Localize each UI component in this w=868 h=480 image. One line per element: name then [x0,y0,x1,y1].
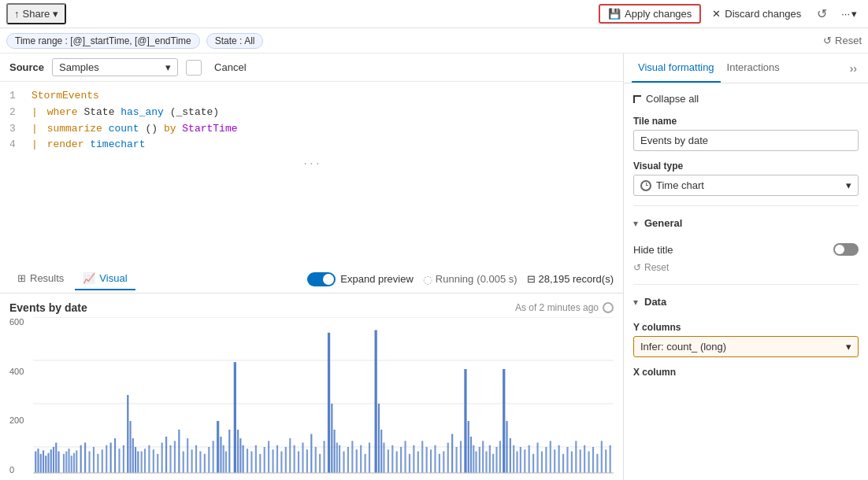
svg-rect-72 [247,449,248,473]
svg-rect-109 [413,445,414,473]
records-icon: ⊟ [527,273,536,285]
running-label: Running [436,273,473,285]
collapse-all-button[interactable]: Collapse all [633,90,859,108]
more-button[interactable]: ··· ▾ [836,6,862,22]
svg-rect-13 [55,443,57,474]
svg-rect-104 [391,445,393,473]
svg-rect-145 [566,447,568,473]
reset-label: Reset [644,262,669,273]
svg-rect-102 [473,445,474,473]
svg-rect-77 [268,441,269,473]
y-columns-dropdown[interactable]: Infer: count_ (long) ▾ [633,336,859,357]
code-ellipsis: ··· [9,153,614,176]
code-editor[interactable]: 1 StormEvents 2 | where State has_any (_… [0,82,623,265]
chart-container: 600 400 200 0 [9,317,614,480]
state-filter[interactable]: State : All [206,33,264,49]
svg-rect-97 [365,454,366,473]
discard-changes-button[interactable]: ✕ Discard changes [706,6,807,22]
y-columns-field: Y columns Infer: count_ (long) ▾ [633,322,859,357]
svg-rect-90 [324,441,325,473]
svg-rect-154 [605,449,606,473]
line-number: 1 [9,88,22,105]
svg-rect-143 [558,445,560,473]
hide-title-toggle[interactable] [833,243,859,256]
tile-name-field: Tile name [633,116,859,151]
svg-rect-37 [234,362,236,473]
tile-name-input[interactable] [633,130,859,151]
hide-title-label: Hide title [633,244,673,256]
interactions-tab[interactable]: Interactions [721,54,786,83]
code-content: | where State has_any (_state) [32,105,614,121]
hide-title-row: Hide title [633,243,859,256]
chevron-down-icon: ▾ [846,341,851,353]
code-line-2: 2 | where State has_any (_state) [9,105,614,121]
svg-rect-117 [447,443,449,474]
apply-changes-button[interactable]: 💾 Apply changes [599,4,701,24]
divider [633,205,859,206]
right-panel: Visual formatting Interactions ›› Collap… [624,54,868,480]
state-label: State : All [215,35,255,46]
code-content: StormEvents [32,88,614,105]
code-line-4: 4 | render timechart [9,137,614,153]
svg-rect-114 [434,445,436,473]
chevron-down-icon: ▾ [846,179,851,191]
svg-rect-131 [510,438,511,473]
svg-rect-101 [470,437,472,473]
visual-formatting-label: Visual formatting [638,61,714,73]
source-dropdown[interactable]: Samples ▾ [52,58,178,76]
line-number: 4 [9,137,22,153]
svg-rect-31 [102,449,103,473]
svg-rect-98 [369,443,370,474]
svg-rect-40 [243,445,244,473]
svg-rect-153 [601,441,603,473]
svg-rect-87 [310,434,312,474]
code-line-1: 1 StormEvents [9,88,614,105]
visual-type-field: Visual type Time chart ▾ [633,161,859,196]
svg-rect-61 [223,445,224,473]
collapse-panel-button[interactable]: ›› [847,59,860,78]
time-range-filter[interactable]: Time range : [@]_startTime, [@]_endTime [6,33,200,49]
svg-rect-57 [208,447,210,473]
checkbox[interactable] [186,60,202,76]
svg-rect-111 [421,441,423,473]
svg-rect-138 [536,443,538,474]
results-icon: ⊞ [17,272,26,284]
svg-rect-74 [255,445,257,473]
results-tab[interactable]: ⊞ Results [9,268,72,290]
left-panel: Source Samples ▾ Cancel 1 StormEvents 2 … [0,54,624,480]
running-time: (0.005 s) [477,273,517,285]
svg-rect-121 [475,452,477,474]
svg-rect-115 [439,454,440,473]
svg-rect-91 [339,445,340,473]
svg-rect-136 [529,445,530,473]
chevron-down-icon: ▾ [165,61,171,73]
general-section-header[interactable]: ▾ General [633,212,859,234]
refresh-button[interactable]: ↺ [812,4,832,24]
share-label: Share [23,8,50,20]
visual-type-dropdown[interactable]: Time chart ▾ [633,175,859,196]
svg-rect-81 [285,447,287,473]
reset-button[interactable]: ↺ Reset [823,35,862,46]
svg-rect-84 [298,452,299,474]
data-section-header[interactable]: ▾ Data [633,291,859,312]
clock-icon [640,180,651,191]
visual-tab[interactable]: 📈 Visual [75,268,135,290]
share-button[interactable]: ↑ Share ▾ [6,3,66,24]
svg-rect-92 [343,452,344,474]
svg-rect-17 [132,438,134,473]
svg-rect-60 [220,437,221,473]
code-line-3: 3 | summarize count () by StartTime [9,121,614,138]
svg-rect-82 [289,438,291,473]
svg-rect-56 [204,454,206,473]
svg-rect-64 [328,333,330,473]
cancel-button[interactable]: Cancel [210,59,250,76]
svg-rect-42 [144,449,146,473]
expand-preview-toggle[interactable] [307,272,336,286]
svg-rect-83 [294,445,295,473]
svg-rect-105 [396,452,398,474]
reset-small-button[interactable]: ↺ Reset [633,262,669,273]
source-value: Samples [59,61,99,73]
svg-rect-19 [137,452,139,474]
right-panel-tabs: Visual formatting Interactions ›› [624,54,868,83]
visual-formatting-tab[interactable]: Visual formatting [632,54,721,83]
